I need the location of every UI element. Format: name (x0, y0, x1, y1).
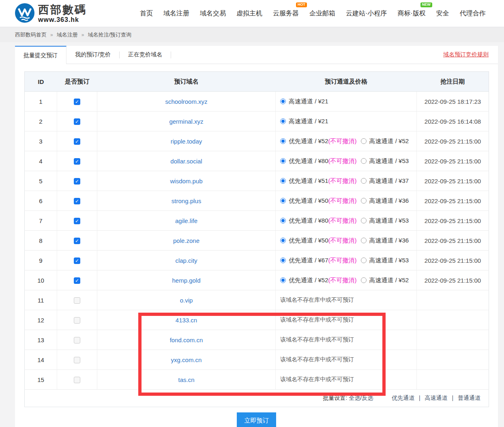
reserve-checkbox[interactable] (74, 158, 80, 165)
batch-priority-channel-link[interactable]: 优先通道 (392, 395, 414, 401)
reserve-now-button[interactable]: 立即预订 (237, 412, 276, 427)
channel-option[interactable]: 优先通道 / ¥67(不可撤消) (280, 257, 357, 264)
channel-option[interactable]: 优先通道 / ¥80(不可撤消) (280, 157, 357, 164)
radio-selected-icon[interactable] (280, 218, 286, 223)
reserve-checkbox[interactable] (74, 218, 80, 224)
channel-cell: 优先通道 / ¥80(不可撤消)高速通道 / ¥53 (276, 211, 417, 231)
radio-unselected-icon[interactable] (361, 218, 367, 223)
radio-selected-icon[interactable] (280, 178, 286, 184)
select-all-invert-link[interactable]: 全选/反选 (349, 395, 373, 401)
domain-link[interactable]: yxg.com.cn (171, 356, 202, 363)
channel-option[interactable]: 高速通道 / ¥52 (361, 277, 409, 283)
bidding-rules-link[interactable]: 域名预订竞价规则 (443, 51, 489, 58)
channel-option[interactable]: 优先通道 / ¥52(不可撤消) (280, 137, 357, 144)
nav-item-agency[interactable]: 代理合作 (460, 9, 486, 18)
reserve-checkbox[interactable] (74, 277, 80, 284)
radio-selected-icon[interactable] (280, 138, 286, 144)
channel-option[interactable]: 优先通道 / ¥50(不可撤消) (280, 237, 357, 244)
batch-normal-channel-link[interactable]: 普通通道 (458, 395, 480, 401)
radio-unselected-icon[interactable] (361, 138, 367, 144)
reserve-checkbox[interactable] (74, 238, 80, 244)
nav-item-cloud-server[interactable]: 云服务器HOT (273, 9, 299, 18)
radio-unselected-icon[interactable] (361, 178, 367, 184)
radio-selected-icon[interactable] (280, 238, 286, 243)
domain-link[interactable]: wisdom.pub (170, 178, 202, 185)
radio-unselected-icon[interactable] (361, 198, 367, 204)
tab-my-reservations[interactable]: 我的预订/竞价 (66, 46, 119, 64)
domain-link[interactable]: dollar.social (170, 158, 202, 165)
radio-selected-icon[interactable] (280, 257, 286, 263)
domain-link[interactable]: agile.life (175, 217, 197, 224)
tab-bidding-domains[interactable]: 正在竞价域名 (120, 46, 171, 64)
date-cell: 2022-09-25 21:15:00 (417, 151, 489, 171)
nav-item-enterprise-mail[interactable]: 企业邮箱 (309, 9, 335, 18)
date-cell: 2022-09-25 18:17:23 (417, 92, 489, 112)
nav-item-site-builder[interactable]: 云建站·小程序 (346, 9, 387, 18)
nav-item-virtual-host[interactable]: 虚拟主机 (236, 9, 262, 18)
channel-cell: 优先通道 / ¥80(不可撤消)高速通道 / ¥53 (276, 151, 417, 171)
non-cancellable-note: (不可撤消) (328, 277, 357, 283)
reserve-checkbox[interactable] (74, 118, 80, 125)
breadcrumb-home[interactable]: 西部数码首页 (15, 31, 47, 39)
nav-item-domain-trade[interactable]: 域名交易 (200, 9, 226, 18)
breadcrumb-current[interactable]: 域名抢注/预订查询 (88, 31, 131, 39)
reserve-checkbox[interactable] (74, 357, 80, 363)
domain-link[interactable]: strong.plus (172, 197, 201, 204)
channel-option[interactable]: 高速通道 / ¥53 (361, 157, 409, 164)
domain-link[interactable]: ripple.today (171, 138, 202, 145)
tab-batch-submit[interactable]: 批量提交预订 (15, 46, 66, 64)
domain-link[interactable]: fond.com.cn (170, 337, 203, 343)
tab-divider (171, 51, 171, 58)
channel-option[interactable]: 高速通道 / ¥21 (280, 98, 328, 105)
reserve-checkbox[interactable] (74, 178, 80, 185)
reserve-checkbox[interactable] (74, 377, 80, 383)
radio-selected-icon[interactable] (280, 277, 286, 283)
domain-link[interactable]: germinal.xyz (169, 118, 203, 125)
radio-unselected-icon[interactable] (361, 158, 367, 164)
domain-link[interactable]: tas.cn (178, 376, 194, 383)
domain-link[interactable]: o.vip (180, 297, 193, 304)
domain-link[interactable]: 4133.cn (176, 317, 197, 324)
domain-link[interactable]: pole.zone (173, 237, 199, 244)
channel-option[interactable]: 高速通道 / ¥36 (361, 197, 409, 204)
breadcrumb-domain-register[interactable]: 域名注册 (57, 31, 78, 39)
reserve-checkbox[interactable] (74, 99, 80, 105)
radio-selected-icon[interactable] (280, 198, 286, 204)
nav-item-home[interactable]: 首页 (140, 9, 153, 18)
radio-selected-icon[interactable] (280, 158, 286, 164)
reserve-checkbox[interactable] (74, 198, 80, 204)
reserve-checkbox[interactable] (74, 138, 80, 145)
channel-option[interactable]: 优先通道 / ¥51(不可撤消) (280, 177, 357, 184)
reserve-checkbox[interactable] (74, 317, 80, 324)
channel-option[interactable]: 高速通道 / ¥53 (361, 217, 409, 224)
nav-item-domain-register[interactable]: 域名注册 (163, 9, 189, 18)
channel-option[interactable]: 高速通道 / ¥53 (361, 257, 409, 264)
unavailable-status-text: 该域名不存在库中或不可预订 (276, 350, 417, 370)
channel-option[interactable]: 高速通道 / ¥21 (280, 118, 328, 124)
reserve-checkbox[interactable] (74, 337, 80, 343)
channel-option[interactable]: 高速通道 / ¥52 (361, 137, 409, 144)
brand[interactable]: 西部數碼 www.363.hk (15, 3, 87, 24)
radio-selected-icon[interactable] (280, 118, 286, 124)
batch-highspeed-channel-link[interactable]: 高速通道 (425, 395, 448, 401)
domain-link[interactable]: schoolroom.xyz (165, 98, 207, 105)
table-row: 14 yxg.com.cn 该域名不存在库中或不可预订 (25, 350, 489, 370)
domain-link[interactable]: hemp.gold (172, 277, 200, 284)
nav-item-security[interactable]: 安全 (436, 9, 449, 18)
radio-unselected-icon[interactable] (361, 257, 367, 263)
domain-link[interactable]: clap.city (175, 257, 197, 264)
radio-unselected-icon[interactable] (361, 277, 367, 283)
table-header-row: ID 是否预订 预订域名 预订通道及价格 抢注日期 (25, 72, 489, 92)
reserve-checkbox[interactable] (74, 257, 80, 264)
channel-option[interactable]: 高速通道 / ¥36 (361, 237, 409, 244)
radio-unselected-icon[interactable] (361, 238, 367, 243)
table-row: 13 fond.com.cn 该域名不存在库中或不可预订 (25, 330, 489, 350)
channel-option[interactable]: 优先通道 / ¥80(不可撤消) (280, 217, 357, 224)
reserve-checkbox[interactable] (74, 297, 80, 304)
channel-cell: 优先通道 / ¥67(不可撤消)高速通道 / ¥53 (276, 251, 417, 270)
channel-option[interactable]: 高速通道 / ¥37 (361, 177, 409, 184)
radio-selected-icon[interactable] (280, 99, 286, 104)
channel-option[interactable]: 优先通道 / ¥52(不可撤消) (280, 277, 357, 283)
nav-item-trademark-copyright[interactable]: 商标·版权NEW (397, 9, 425, 18)
channel-option[interactable]: 优先通道 / ¥50(不可撤消) (280, 197, 357, 204)
